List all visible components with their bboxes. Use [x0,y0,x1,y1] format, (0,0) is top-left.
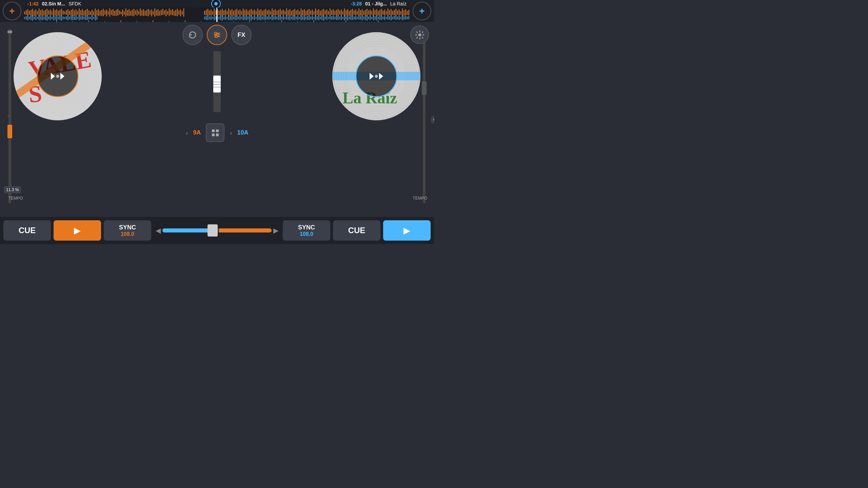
svg-rect-130 [251,9,252,16]
svg-rect-397 [400,17,401,19]
svg-rect-207 [375,10,376,15]
slider-track-right [423,29,426,203]
svg-rect-162 [302,10,303,16]
svg-rect-333 [297,16,298,20]
svg-rect-400 [405,16,406,20]
play-button-right[interactable]: ▶ [383,220,431,241]
svg-rect-263 [79,15,80,20]
svg-rect-285 [220,16,221,20]
svg-rect-12 [42,9,43,16]
svg-rect-57 [114,11,115,16]
svg-rect-394 [395,15,396,20]
vinyl-record-left[interactable]: VALE S [14,32,102,120]
svg-rect-317 [272,15,273,20]
svg-rect-316 [270,17,271,19]
sync-label-left: SYNC [119,224,136,231]
svg-rect-68 [132,10,133,16]
play-button-left[interactable]: ▶ [54,220,101,241]
svg-rect-195 [355,9,356,16]
svg-rect-402 [408,16,409,19]
svg-rect-200 [363,11,364,15]
svg-rect-43 [92,9,93,16]
svg-rect-252 [61,15,62,21]
svg-rect-302 [248,17,249,19]
tempo-slider-left[interactable]: 11.3 % TEMPO [7,29,13,203]
settings-button[interactable] [410,25,429,44]
svg-rect-377 [368,17,369,19]
pitch-fader[interactable] [209,51,225,119]
svg-rect-93 [172,9,173,15]
svg-rect-254 [64,17,65,19]
svg-rect-304 [251,15,252,21]
svg-rect-2 [26,10,27,15]
svg-rect-140 [267,11,268,15]
svg-rect-383 [378,17,379,19]
svg-rect-32 [74,11,75,16]
svg-rect-272 [93,17,94,19]
slider-track-left [8,29,11,203]
crossfader-track[interactable] [162,228,272,232]
svg-rect-173 [320,11,321,16]
svg-rect-4 [29,11,30,15]
crossfader-handle[interactable] [208,224,218,237]
add-right-button[interactable]: + [413,2,431,20]
svg-rect-391 [391,16,392,20]
artist-left: SFDK [68,1,81,6]
svg-rect-21 [56,9,57,16]
grid-button[interactable] [206,123,224,142]
cue-button-left[interactable]: CUE [3,220,51,241]
svg-rect-16 [48,11,49,15]
crossfader-fill-left [162,228,215,232]
fx-button[interactable]: FX [231,25,252,45]
svg-rect-372 [360,16,361,20]
svg-rect-186 [341,9,342,16]
add-left-button[interactable]: + [3,2,21,20]
svg-rect-375 [365,16,366,20]
svg-rect-113 [223,11,224,15]
svg-rect-20 [55,10,56,16]
svg-rect-223 [400,11,401,15]
svg-rect-55 [111,10,112,15]
svg-point-477 [375,75,378,78]
svg-rect-46 [96,10,97,16]
svg-rect-352 [328,17,329,19]
svg-rect-11 [40,10,41,16]
svg-rect-192 [351,10,352,16]
svg-rect-314 [267,17,268,19]
sync-button-left[interactable]: SYNC 108.0 [104,220,151,241]
svg-rect-178 [328,11,329,15]
svg-rect-203 [368,11,369,15]
svg-rect-63 [124,11,125,15]
reload-button[interactable] [182,25,203,45]
svg-rect-112 [222,9,223,16]
cue-button-right[interactable]: CUE [333,220,380,241]
svg-rect-308 [257,15,258,20]
svg-rect-339 [307,16,308,20]
mixer-button[interactable] [207,25,227,45]
record-art-right: La Raíz [332,32,420,120]
svg-rect-364 [347,16,348,20]
svg-rect-326 [286,15,287,20]
sync-button-right[interactable]: SYNC 108.0 [283,220,330,241]
tempo-slider-right[interactable]: 0.0 % TEMPO [421,29,427,203]
vinyl-record-right[interactable]: La Raíz [332,32,420,120]
svg-rect-187 [342,11,343,15]
svg-rect-461 [216,134,219,136]
svg-rect-67 [130,11,131,16]
svg-rect-246 [52,17,53,19]
svg-rect-329 [291,17,292,19]
svg-rect-172 [318,9,319,16]
svg-rect-100 [183,8,184,17]
svg-rect-211 [381,9,382,16]
svg-rect-355 [333,16,334,20]
svg-rect-244 [48,17,49,19]
svg-rect-28 [67,9,68,16]
svg-rect-259 [72,15,73,20]
svg-rect-373 [362,16,363,20]
plus-icon-left: + [9,6,15,16]
pitch-track [213,51,221,112]
svg-point-455 [215,32,217,34]
svg-rect-309 [259,16,260,20]
slider-handle-left [7,30,12,33]
svg-rect-36 [80,10,81,16]
